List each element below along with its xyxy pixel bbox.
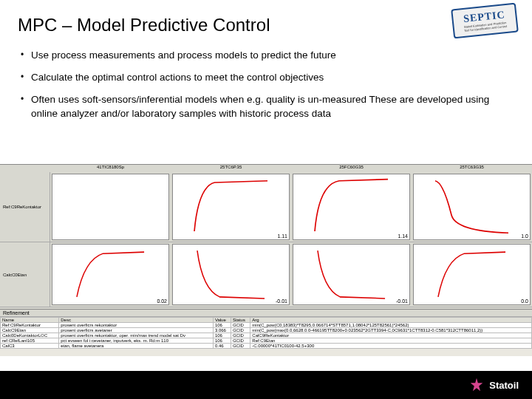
table-header-row: Name Desc Value Status Arg <box>1 318 532 323</box>
chart-1-3: 1.14 <box>293 174 410 240</box>
table-cell: Ref:C9Etan <box>250 338 532 344</box>
table-cell: 106 <box>213 333 231 338</box>
table-cell: prosent overficrs avetaner <box>59 328 214 333</box>
row-label-2: CalcC0Etan <box>0 242 50 307</box>
table-cell: min(C_pow(C0,18383)*T8295,0.066714*STT85… <box>250 323 532 328</box>
table-cell: 106 <box>213 323 231 328</box>
table-cell: 3.066 <box>213 328 231 333</box>
table-cell: GCID <box>231 338 250 344</box>
chart-row-1: Ref:C9ReKontaktor 1.11 1.14 1.0 <box>0 172 532 242</box>
chart-row-2: CalcC0Etan 0.02 -0.01 -0.01 0.0 <box>0 242 532 307</box>
slide-container: SEPTIC Statoil Estimation and Prediction… <box>0 0 532 399</box>
th-arg: Arg <box>250 318 532 323</box>
chart-title-row: 41TIC8180Sp 25TC6P.35 25FC60G35 25TC63G3… <box>0 165 532 172</box>
table-cell: CalC9ReKontaktor <box>250 333 532 338</box>
chart-title-4: 25TC63G35 <box>412 165 532 172</box>
th-value: Value <box>213 318 231 323</box>
bullet-list: Use process measurements and process mod… <box>18 49 514 120</box>
mpc-screenshot: 41TIC8180Sp 25TC6P.35 25FC60G35 25TC63G3… <box>0 164 532 356</box>
chart-title-3: 25FC60G35 <box>291 165 412 172</box>
table-cell: GCID <box>231 323 250 328</box>
th-desc: Desc <box>59 318 214 323</box>
table-cell: -C.00000*41TIC0100-42.5+300 <box>250 344 532 349</box>
table-title: Refinement <box>0 310 532 317</box>
chart-1-4: 1.0 <box>413 174 531 240</box>
statoil-logo: Statoil <box>468 377 519 393</box>
chart-1-2: 1.11 <box>172 174 290 240</box>
table-cell: GCID <box>231 328 250 333</box>
table-cell: 0.46 <box>213 344 231 349</box>
table-row: CalcC9Etanprosent overficrs avetaner3.06… <box>1 328 532 333</box>
star-icon <box>468 377 485 393</box>
table-cell: Calc0DeKontaktorLOC <box>1 333 59 338</box>
bullet-2: Calculate the optimal control actions to… <box>21 71 514 84</box>
table-row: Ref:C9ReKontaktorprosent overficrs rekon… <box>1 323 532 328</box>
refinement-table: Name Desc Value Status Arg Ref:C9ReKonta… <box>0 317 532 349</box>
table-cell: pct evseen fol i:cevetaner, inputverk, e… <box>59 338 214 344</box>
chart-title-1: 41TIC8180Sp <box>50 165 171 172</box>
table-row: ref:CRefLanI105pct evseen fol i:cevetane… <box>1 338 532 344</box>
table-cell: GCID <box>231 333 250 338</box>
bullet-1: Use process measurements and process mod… <box>21 49 514 62</box>
table-cell: ref:CRefLanI105 <box>1 338 59 344</box>
svg-marker-0 <box>471 378 483 391</box>
chart-2-3: -0.01 <box>293 244 410 305</box>
logo-text: Statoil <box>489 380 519 391</box>
row-label-1: Ref:C9ReKontaktor <box>0 172 50 242</box>
table-cell: min(C_pow(max(0.0,6628.0.0-466195TT8200+… <box>250 328 532 333</box>
table-cell: GCID <box>231 344 250 349</box>
chart-2-4: 0.0 <box>413 244 531 305</box>
refinement-table-area: Refinement Name Desc Value Status Arg Re… <box>0 309 532 356</box>
table-cell: 106 <box>213 338 231 344</box>
table-cell: Ref:C9ReKontaktor <box>1 323 59 328</box>
bullet-3: Often uses soft-sensors/inferential mode… <box>21 93 514 120</box>
footer-bar: Statoil <box>0 371 532 399</box>
chart-2-1: 0.02 <box>52 244 169 305</box>
table-cell: prosent overficrs rekontaktor <box>59 323 214 328</box>
table-cell: prosent overficrs rekontaktor, oper. min… <box>59 333 214 338</box>
table-cell: CalC3 <box>1 344 59 349</box>
table-cell: CalcC9Etan <box>1 328 59 333</box>
chart-title-2: 25TC6P.35 <box>171 165 291 172</box>
chart-1-1 <box>52 174 169 240</box>
table-row: CalC3etan, flame avetanera0.46GCID-C.000… <box>1 344 532 349</box>
slide-title: MPC – Model Predictive Control <box>18 15 514 35</box>
th-name: Name <box>1 318 59 323</box>
th-status: Status <box>231 318 250 323</box>
table-row: Calc0DeKontaktorLOCprosent overficrs rek… <box>1 333 532 338</box>
table-cell: etan, flame avetanera <box>59 344 214 349</box>
chart-2-2: -0.01 <box>172 244 290 305</box>
